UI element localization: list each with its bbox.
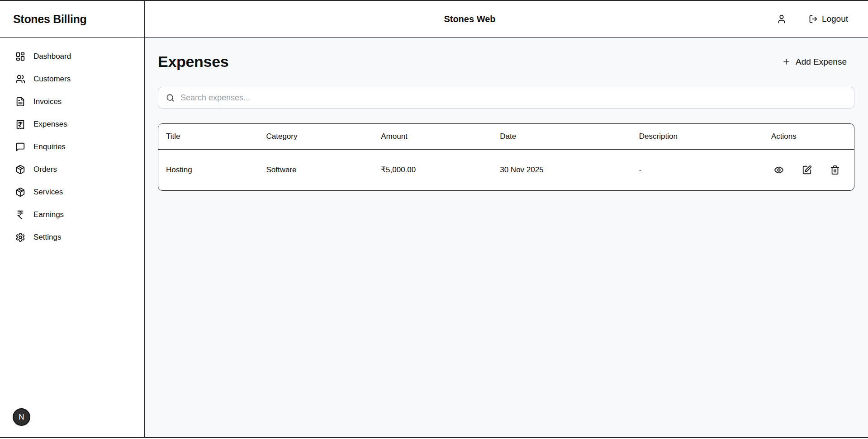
logout-icon xyxy=(809,14,818,24)
avatar-initial: N xyxy=(19,413,24,422)
search-icon xyxy=(166,94,175,102)
edit-button[interactable] xyxy=(802,165,812,175)
cell-description: - xyxy=(631,149,764,190)
add-expense-label: Add Expense xyxy=(796,57,847,67)
sidebar-item-label: Customers xyxy=(33,75,71,84)
user-icon[interactable] xyxy=(777,14,787,24)
search-input[interactable] xyxy=(180,93,847,103)
users-icon xyxy=(15,74,25,84)
rupee-icon xyxy=(15,210,25,220)
view-button[interactable] xyxy=(774,165,784,175)
logout-label: Logout xyxy=(822,14,848,24)
sidebar-header: Stones Billing xyxy=(0,1,144,38)
column-header-date: Date xyxy=(492,124,631,149)
column-header-title: Title xyxy=(158,124,258,149)
sidebar-item-label: Settings xyxy=(33,233,61,242)
sidebar-item-label: Orders xyxy=(33,165,57,174)
sidebar-item-label: Earnings xyxy=(33,210,64,219)
column-header-amount: Amount xyxy=(373,124,492,149)
sidebar-item-label: Invoices xyxy=(33,97,62,106)
header-controls: Logout xyxy=(777,14,868,24)
sidebar-item-invoices[interactable]: Invoices xyxy=(0,90,144,113)
sidebar-item-label: Expenses xyxy=(33,120,67,129)
sidebar-item-services[interactable]: Services xyxy=(0,181,144,203)
table-header: TitleCategoryAmountDateDescriptionAction… xyxy=(158,124,854,149)
main-area: Stones Web Logout Expenses Add Expense xyxy=(145,1,868,437)
column-header-description: Description xyxy=(631,124,764,149)
sidebar-item-expenses[interactable]: Expenses xyxy=(0,113,144,136)
cell-category: Software xyxy=(258,149,373,190)
cell-amount: ₹5,000.00 xyxy=(373,149,492,190)
app-logo-text: Stones Billing xyxy=(13,13,86,26)
page-title: Expenses xyxy=(158,53,228,71)
package-icon xyxy=(15,187,25,197)
gear-icon xyxy=(15,232,25,242)
cell-date: 30 Nov 2025 xyxy=(492,149,631,190)
actions-cell xyxy=(764,149,854,190)
file-text-icon xyxy=(15,97,25,107)
trash-icon xyxy=(830,165,840,175)
row-actions xyxy=(771,165,854,175)
plus-icon xyxy=(782,57,791,66)
sidebar-item-customers[interactable]: Customers xyxy=(0,68,144,90)
header-title: Stones Web xyxy=(145,14,777,24)
top-header: Stones Web Logout xyxy=(145,1,868,38)
sidebar-item-earnings[interactable]: Earnings xyxy=(0,203,144,226)
add-expense-button[interactable]: Add Expense xyxy=(782,57,854,67)
sidebar-item-enquiries[interactable]: Enquiries xyxy=(0,136,144,158)
delete-button[interactable] xyxy=(830,165,840,175)
sidebar-nav: DashboardCustomersInvoicesExpensesEnquir… xyxy=(0,38,144,249)
expenses-table: TitleCategoryAmountDateDescriptionAction… xyxy=(158,124,854,190)
table-body: HostingSoftware₹5,000.0030 Nov 2025- xyxy=(158,149,854,190)
receipt-rupee-icon xyxy=(15,119,25,129)
sidebar-item-label: Dashboard xyxy=(33,52,71,61)
column-header-actions: Actions xyxy=(764,124,854,149)
search-bar xyxy=(158,87,854,109)
table-row: HostingSoftware₹5,000.0030 Nov 2025- xyxy=(158,149,854,190)
package-icon xyxy=(15,165,25,175)
table-header-row: TitleCategoryAmountDateDescriptionAction… xyxy=(158,124,854,149)
message-square-icon xyxy=(15,142,25,152)
square-pen-icon xyxy=(802,165,812,175)
sidebar-item-label: Services xyxy=(33,188,63,197)
sidebar-item-dashboard[interactable]: Dashboard xyxy=(0,45,144,68)
eye-icon xyxy=(774,165,784,175)
dashboard-icon xyxy=(15,52,25,61)
page-content: Expenses Add Expense TitleCategoryAmount… xyxy=(145,38,868,191)
cell-title: Hosting xyxy=(158,149,258,190)
sidebar: Stones Billing DashboardCustomersInvoice… xyxy=(0,1,145,437)
expenses-table-card: TitleCategoryAmountDateDescriptionAction… xyxy=(158,123,854,191)
sidebar-item-label: Enquiries xyxy=(33,142,66,151)
page-header-row: Expenses Add Expense xyxy=(158,53,854,71)
sidebar-item-settings[interactable]: Settings xyxy=(0,226,144,249)
app-window: Stones Billing DashboardCustomersInvoice… xyxy=(0,0,868,438)
sidebar-item-orders[interactable]: Orders xyxy=(0,158,144,181)
logout-button[interactable]: Logout xyxy=(809,14,848,24)
column-header-category: Category xyxy=(258,124,373,149)
user-avatar[interactable]: N xyxy=(13,408,30,426)
